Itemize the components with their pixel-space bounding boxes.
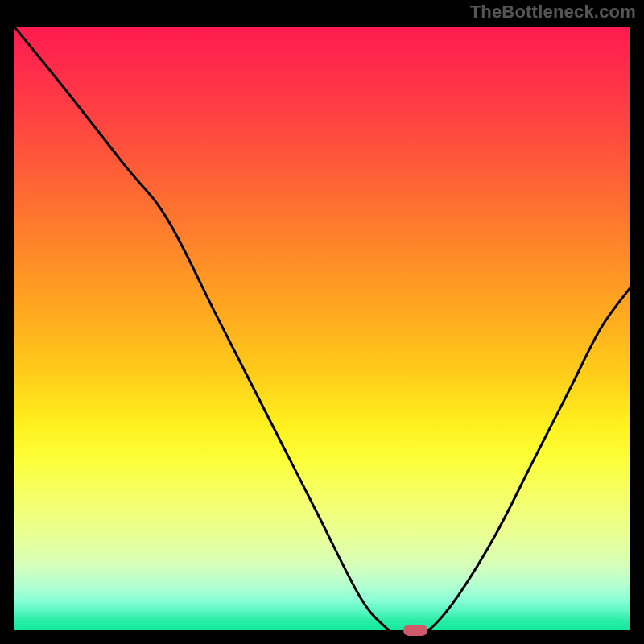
optimal-point-marker — [403, 625, 427, 636]
chart-plot-area — [12, 24, 632, 632]
chart-gradient-background — [12, 24, 632, 632]
watermark-text: TheBottleneck.com — [470, 2, 636, 23]
chart-x-axis — [12, 630, 632, 632]
